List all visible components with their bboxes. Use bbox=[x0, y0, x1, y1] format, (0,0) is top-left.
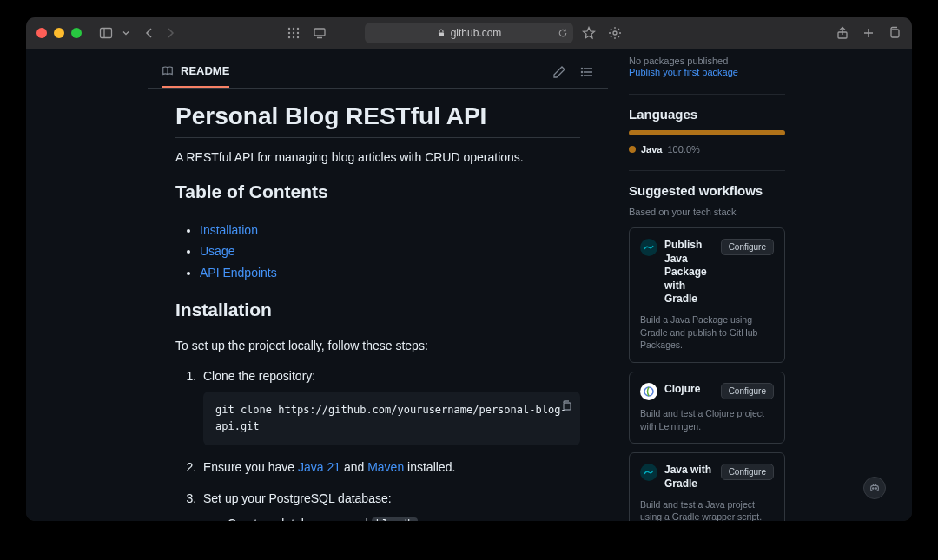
clojure-icon bbox=[640, 383, 657, 400]
toc-usage-link[interactable]: Usage bbox=[200, 244, 234, 258]
edit-icon[interactable] bbox=[552, 65, 566, 79]
svg-point-28 bbox=[873, 488, 874, 489]
device-icon[interactable] bbox=[313, 26, 327, 40]
lang-dot-icon bbox=[629, 146, 636, 153]
forward-icon bbox=[163, 26, 177, 40]
sidebar-toggle-icon[interactable] bbox=[99, 26, 113, 40]
readme-description: A RESTful API for managing blog articles… bbox=[175, 150, 580, 164]
copy-icon[interactable] bbox=[559, 399, 573, 412]
url-text: github.com bbox=[451, 27, 502, 39]
svg-rect-27 bbox=[871, 485, 879, 491]
workflow-desc: Build a Java Package using Gradle and pu… bbox=[640, 313, 774, 352]
svg-point-21 bbox=[582, 71, 583, 72]
step-1-text: Clone the repository: bbox=[203, 369, 315, 383]
lang-name: Java bbox=[641, 144, 662, 155]
maximize-window[interactable] bbox=[71, 28, 82, 38]
language-java[interactable]: Java 100.0% bbox=[629, 144, 785, 155]
svg-point-29 bbox=[875, 488, 876, 489]
readme-title: Personal Blog RESTful API bbox=[175, 102, 580, 138]
svg-point-6 bbox=[293, 32, 294, 34]
close-window[interactable] bbox=[36, 28, 47, 38]
refresh-icon[interactable] bbox=[558, 28, 568, 38]
configure-button[interactable]: Configure bbox=[721, 239, 774, 255]
readme-tab-label: README bbox=[181, 64, 229, 77]
installation-steps: Clone the repository: git clone https://… bbox=[175, 366, 580, 521]
star-icon[interactable] bbox=[582, 26, 596, 40]
suggested-sub: Based on your tech stack bbox=[629, 207, 785, 217]
workflow-title: Clojure bbox=[664, 383, 714, 397]
svg-point-4 bbox=[297, 28, 299, 30]
gradle-icon bbox=[640, 239, 657, 256]
repo-sidebar: No packages published Publish your first… bbox=[629, 56, 785, 521]
svg-rect-0 bbox=[101, 29, 112, 38]
readme-tab[interactable]: README bbox=[162, 56, 229, 88]
settings-icon[interactable] bbox=[608, 26, 622, 40]
svg-point-14 bbox=[613, 31, 617, 35]
toc-api-endpoints-link[interactable]: API Endpoints bbox=[200, 266, 277, 280]
lang-pct: 100.0% bbox=[667, 144, 699, 155]
outline-icon[interactable] bbox=[580, 65, 594, 79]
svg-point-20 bbox=[582, 68, 583, 69]
workflow-desc: Build and test a Java project using a Gr… bbox=[640, 498, 774, 521]
packages-none: No packages published bbox=[629, 56, 785, 66]
toc-list: Installation Usage API Endpoints bbox=[175, 221, 580, 282]
step-2-and: and bbox=[340, 460, 367, 474]
url-bar[interactable]: github.com bbox=[365, 23, 573, 43]
svg-rect-23 bbox=[564, 403, 571, 410]
svg-point-8 bbox=[288, 36, 290, 38]
page-content: README Personal Blog RESTful API A RESTf… bbox=[26, 49, 912, 521]
code-blogdb: blogdb bbox=[372, 517, 418, 521]
configure-button[interactable]: Configure bbox=[721, 383, 774, 399]
apps-grid-icon[interactable] bbox=[287, 26, 301, 40]
step-2-prefix: Ensure you have bbox=[203, 460, 298, 474]
toc-installation-link[interactable]: Installation bbox=[200, 223, 258, 237]
minimize-window[interactable] bbox=[54, 28, 64, 38]
workflow-title: Publish Java Package with Gradle bbox=[664, 239, 714, 306]
svg-rect-16 bbox=[891, 30, 899, 37]
workflow-card-clojure: Clojure Configure Build and test a Cloju… bbox=[629, 372, 785, 444]
step-3a-suffix: . bbox=[418, 517, 425, 521]
svg-point-2 bbox=[288, 28, 290, 30]
browser-window: github.com bbox=[26, 17, 912, 521]
java-link[interactable]: Java 21 bbox=[298, 460, 340, 474]
language-bar bbox=[629, 130, 785, 135]
svg-point-7 bbox=[297, 32, 299, 34]
toc-heading: Table of Contents bbox=[175, 181, 580, 208]
publish-package-link[interactable]: Publish your first package bbox=[629, 67, 738, 77]
step-3a-prefix: Create a database named bbox=[228, 517, 372, 521]
gradle-icon bbox=[640, 464, 657, 481]
suggested-heading: Suggested workflows bbox=[629, 183, 785, 198]
step-2-suffix: installed. bbox=[404, 460, 455, 474]
languages-heading: Languages bbox=[629, 107, 785, 122]
chevron-down-icon[interactable] bbox=[122, 29, 130, 37]
readme-panel: README Personal Blog RESTful API A RESTf… bbox=[148, 56, 608, 521]
svg-point-10 bbox=[297, 36, 299, 38]
book-icon bbox=[162, 65, 174, 77]
workflow-card-java-gradle: Java with Gradle Configure Build and tes… bbox=[629, 452, 785, 521]
step-3-text: Set up your PostgreSQL database: bbox=[203, 491, 392, 505]
installation-intro: To set up the project locally, follow th… bbox=[175, 339, 580, 352]
svg-rect-11 bbox=[314, 29, 325, 36]
svg-point-5 bbox=[288, 32, 290, 34]
workflow-title: Java with Gradle bbox=[664, 464, 714, 491]
code-block-clone: git clone https://github.com/yourusernam… bbox=[203, 392, 580, 445]
workflow-desc: Build and test a Clojure project with Le… bbox=[640, 407, 774, 432]
workflow-card-gradle-publish: Publish Java Package with Gradle Configu… bbox=[629, 227, 785, 363]
svg-point-9 bbox=[293, 36, 294, 38]
window-chrome: github.com bbox=[26, 17, 912, 49]
configure-button[interactable]: Configure bbox=[721, 464, 774, 480]
lock-icon bbox=[437, 29, 446, 37]
code-clone: git clone https://github.com/yourusernam… bbox=[215, 404, 567, 432]
copilot-fab[interactable] bbox=[863, 477, 886, 499]
svg-rect-13 bbox=[439, 33, 444, 37]
back-icon[interactable] bbox=[142, 26, 156, 40]
svg-point-3 bbox=[293, 28, 294, 30]
traffic-lights bbox=[36, 28, 82, 38]
share-icon[interactable] bbox=[836, 26, 849, 40]
maven-link[interactable]: Maven bbox=[367, 460, 404, 474]
installation-heading: Installation bbox=[175, 300, 580, 326]
tabs-icon[interactable] bbox=[888, 26, 902, 40]
new-tab-icon[interactable] bbox=[862, 26, 875, 40]
svg-point-22 bbox=[582, 75, 583, 76]
